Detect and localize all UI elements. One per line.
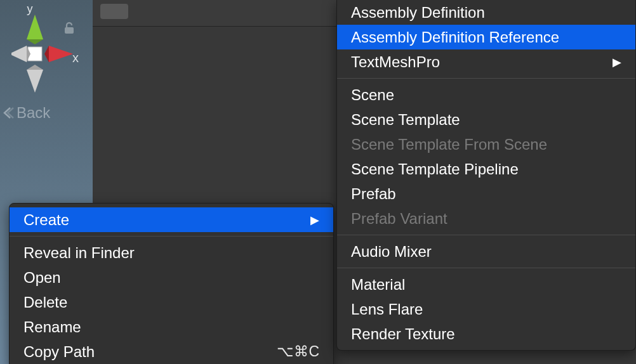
context-menu-item-delete[interactable]: Delete [10, 290, 333, 315]
back-label: Back [17, 104, 50, 122]
menu-item-label: Scene Template From Scene [351, 136, 547, 153]
svg-marker-6 [27, 65, 43, 70]
context-menu-item-rename[interactable]: Rename [10, 315, 333, 339]
menu-item-label: Render Texture [351, 325, 455, 343]
svg-marker-3 [49, 46, 73, 62]
create-submenu-item-scene-template-from-scene: Scene Template From Scene [337, 132, 635, 157]
panel-toolbar [93, 0, 343, 27]
svg-text:x: x [72, 51, 79, 65]
context-menu-item-open[interactable]: Open [10, 265, 333, 290]
svg-marker-4 [44, 46, 49, 62]
menu-item-label: Copy Path [23, 343, 95, 361]
context-menu-item-create[interactable]: Create▶ [10, 207, 333, 232]
create-submenu-item-prefab-variant: Prefab Variant [337, 206, 635, 231]
svg-marker-2 [27, 39, 43, 44]
menu-item-label: Assembly Definition Reference [351, 29, 559, 46]
menu-item-label: Open [23, 269, 61, 287]
menu-item-label: Scene [351, 86, 394, 104]
toolbar-button[interactable] [100, 4, 128, 19]
create-submenu-item-audio-mixer[interactable]: Audio Mixer [337, 239, 635, 264]
create-submenu-item-scene-template-pipeline[interactable]: Scene Template Pipeline [337, 157, 635, 181]
back-button[interactable]: Back [3, 104, 50, 122]
svg-rect-11 [65, 27, 74, 34]
menu-item-label: Lens Flare [351, 301, 423, 318]
create-submenu-separator [337, 268, 635, 268]
svg-marker-5 [27, 70, 43, 93]
create-submenu[interactable]: Assembly DefinitionAssembly Definition R… [336, 0, 636, 351]
menu-item-label: Reveal in Finder [23, 244, 135, 262]
svg-marker-7 [11, 46, 27, 62]
create-submenu-item-assembly-definition[interactable]: Assembly Definition [337, 0, 635, 25]
create-submenu-item-scene[interactable]: Scene [337, 82, 635, 107]
create-submenu-item-material[interactable]: Material [337, 272, 635, 297]
create-submenu-item-textmeshpro[interactable]: TextMeshPro▶ [337, 49, 635, 74]
menu-item-label: Prefab Variant [351, 210, 447, 228]
asset-context-menu[interactable]: Create▶Reveal in FinderOpenDeleteRenameC… [9, 203, 334, 364]
context-menu-separator [10, 236, 333, 237]
context-menu-item-copy-path[interactable]: Copy Path⌥⌘C [10, 339, 333, 364]
menu-item-shortcut: ⌥⌘C [277, 343, 319, 360]
create-submenu-separator [337, 235, 635, 235]
menu-item-label: Material [351, 276, 405, 294]
menu-item-label: Create [23, 211, 69, 229]
svg-text:y: y [27, 6, 33, 15]
menu-item-label: TextMeshPro [351, 53, 440, 71]
create-submenu-item-render-texture[interactable]: Render Texture [337, 322, 635, 346]
back-arrow-icon [3, 106, 14, 120]
context-menu-item-reveal-in-finder[interactable]: Reveal in Finder [10, 240, 333, 265]
menu-item-label: Scene Template Pipeline [351, 160, 519, 178]
create-submenu-item-assembly-definition-reference[interactable]: Assembly Definition Reference [337, 25, 635, 49]
menu-item-label: Delete [23, 294, 67, 311]
menu-item-label: Prefab [351, 185, 396, 203]
svg-marker-1 [27, 15, 43, 39]
menu-item-label: Scene Template [351, 111, 460, 129]
create-submenu-item-scene-template[interactable]: Scene Template [337, 107, 635, 132]
submenu-arrow-icon: ▶ [613, 55, 621, 69]
submenu-arrow-icon: ▶ [310, 213, 319, 227]
menu-item-label: Assembly Definition [351, 4, 485, 22]
create-submenu-item-prefab[interactable]: Prefab [337, 181, 635, 206]
menu-item-label: Audio Mixer [351, 243, 432, 261]
menu-item-label: Rename [23, 318, 81, 336]
lock-icon [63, 22, 75, 37]
orientation-gizmo[interactable]: y x [11, 6, 81, 95]
create-submenu-item-lens-flare[interactable]: Lens Flare [337, 297, 635, 322]
create-submenu-separator [337, 78, 635, 79]
